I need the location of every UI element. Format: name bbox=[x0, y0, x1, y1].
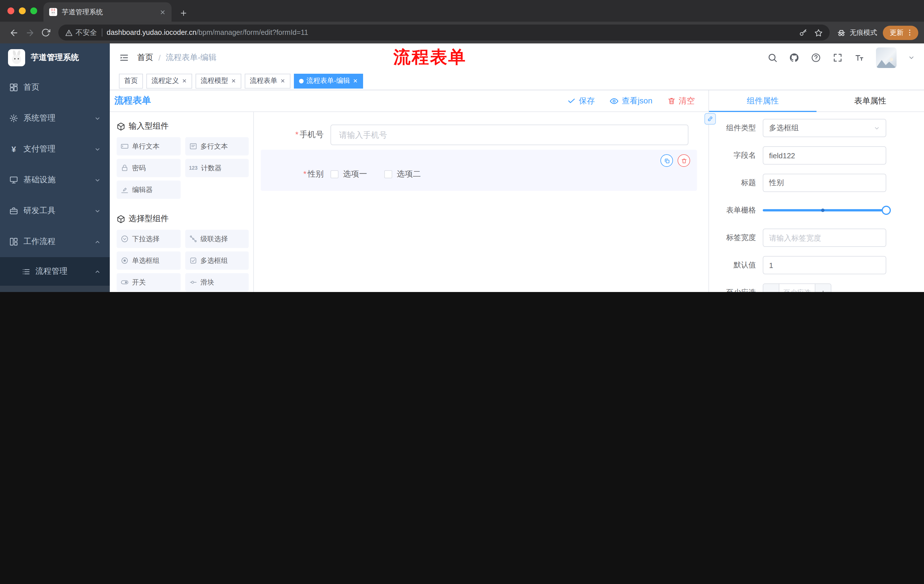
phone-field-row[interactable]: *手机号 bbox=[261, 125, 697, 145]
palette-item-multi-line-text[interactable]: 多行文本 bbox=[185, 137, 249, 155]
chevron-down-icon bbox=[94, 146, 101, 152]
palette-item-radio-group[interactable]: 单选框组 bbox=[117, 252, 180, 270]
collapse-sidebar-icon[interactable] bbox=[119, 53, 129, 63]
label-width-input[interactable] bbox=[763, 229, 886, 247]
search-icon[interactable] bbox=[767, 53, 778, 63]
tab-close-icon[interactable] bbox=[160, 9, 166, 15]
component-type-select[interactable]: 多选框组 bbox=[763, 119, 886, 137]
decrease-button[interactable] bbox=[763, 284, 779, 292]
tab-form-props[interactable]: 表单属性 bbox=[817, 90, 924, 112]
new-tab-button[interactable] bbox=[180, 9, 188, 17]
browser-menu-dots-icon[interactable] bbox=[906, 29, 914, 36]
sidebar-item-home[interactable]: 首页 bbox=[0, 72, 110, 103]
browser-toolbar: 不安全 dashboard.yudao.iocoder.cn/bpm/manag… bbox=[0, 22, 924, 43]
checkbox[interactable] bbox=[330, 170, 338, 178]
help-icon[interactable] bbox=[811, 53, 821, 63]
avatar-caret-icon[interactable] bbox=[908, 54, 915, 61]
form-grid-slider[interactable] bbox=[763, 201, 886, 219]
palette-item-editor[interactable]: 编辑器 bbox=[117, 181, 180, 199]
tag-process-form-edit[interactable]: 流程表单-编辑 bbox=[294, 73, 363, 88]
default-value-input[interactable] bbox=[763, 256, 886, 274]
min-select-row: 至少应选 至少应选 bbox=[718, 283, 889, 292]
copy-component-button[interactable] bbox=[660, 154, 673, 167]
palette-item-select[interactable]: 下拉选择 bbox=[117, 230, 180, 248]
fullscreen-icon[interactable] bbox=[833, 53, 843, 63]
palette-item-checkbox-group[interactable]: 多选框组 bbox=[185, 252, 249, 270]
required-star: * bbox=[295, 130, 299, 139]
browser-tab[interactable]: 芋道管理系统 bbox=[43, 2, 172, 22]
minimize-window-button[interactable] bbox=[19, 7, 26, 14]
password-key-icon[interactable] bbox=[799, 28, 807, 37]
palette-item-cascader[interactable]: 级联选择 bbox=[185, 230, 249, 248]
save-button[interactable]: 保存 bbox=[568, 96, 595, 106]
delete-component-button[interactable] bbox=[678, 154, 690, 167]
phone-field-label: *手机号 bbox=[261, 130, 323, 140]
tag-close-icon[interactable] bbox=[353, 78, 358, 84]
tag-process-model[interactable]: 流程模型 bbox=[196, 73, 241, 88]
palette-item-switch[interactable]: 开关 bbox=[117, 273, 180, 291]
slider-handle[interactable] bbox=[882, 206, 891, 215]
sidebar-item-system[interactable]: 系统管理 bbox=[0, 103, 110, 134]
avatar[interactable] bbox=[876, 48, 896, 68]
view-json-button[interactable]: 查看json bbox=[610, 96, 652, 106]
sidebar-item-infrastructure[interactable]: 基础设施 bbox=[0, 165, 110, 196]
component-properties: 组件类型 多选框组 字段名 标题 bbox=[709, 112, 924, 292]
security-warning[interactable]: 不安全 bbox=[65, 28, 97, 38]
increase-button[interactable] bbox=[815, 284, 831, 292]
builder-left-area: 流程表单 保存 查看json bbox=[110, 90, 709, 292]
window-controls bbox=[7, 7, 37, 14]
forward-button[interactable] bbox=[22, 25, 38, 41]
min-select-value[interactable]: 至少应选 bbox=[779, 284, 815, 292]
breadcrumb-home[interactable]: 首页 bbox=[137, 53, 153, 63]
chevron-down-icon bbox=[874, 125, 880, 131]
palette-item-label: 单行文本 bbox=[132, 141, 160, 151]
gender-field-selected[interactable]: *性别 选项一 选项二 bbox=[261, 150, 697, 191]
update-label: 更新 bbox=[890, 28, 903, 38]
github-icon[interactable] bbox=[789, 53, 799, 63]
gender-option-2[interactable]: 选项二 bbox=[384, 169, 421, 179]
font-size-icon[interactable] bbox=[854, 53, 865, 63]
bookmark-star-icon[interactable] bbox=[814, 28, 823, 37]
update-button[interactable]: 更新 bbox=[883, 25, 918, 40]
header-actions bbox=[767, 48, 915, 68]
checkbox-icon bbox=[189, 257, 197, 265]
form-canvas[interactable]: *手机号 bbox=[254, 112, 708, 292]
gender-option-1[interactable]: 选项一 bbox=[330, 169, 367, 179]
sidebar-item-process-form[interactable]: 流程表单 bbox=[0, 286, 110, 292]
address-bar[interactable]: 不安全 dashboard.yudao.iocoder.cn/bpm/manag… bbox=[58, 25, 830, 41]
palette-item-label: 单选框组 bbox=[132, 256, 160, 265]
title-input[interactable] bbox=[763, 174, 886, 192]
close-window-button[interactable] bbox=[7, 7, 14, 14]
logo-image bbox=[8, 49, 25, 66]
sidebar-logo[interactable]: 芋道管理系统 bbox=[0, 43, 110, 72]
maximize-window-button[interactable] bbox=[30, 7, 37, 14]
back-button[interactable] bbox=[6, 25, 22, 41]
palette-item-password[interactable]: 密码 bbox=[117, 159, 180, 177]
tab-component-props[interactable]: 组件属性 bbox=[709, 90, 817, 112]
sidebar-item-process-management[interactable]: 流程管理 bbox=[0, 257, 110, 286]
field-name-input[interactable] bbox=[763, 146, 886, 165]
sidebar-item-devtools[interactable]: 研发工具 bbox=[0, 196, 110, 226]
link-chip-icon[interactable] bbox=[705, 113, 716, 125]
phone-input[interactable] bbox=[330, 125, 688, 145]
slider-stop-dot bbox=[821, 209, 824, 212]
slider-track[interactable] bbox=[763, 209, 886, 211]
active-tag-dot bbox=[299, 79, 304, 83]
palette-item-slider[interactable]: 滑块 bbox=[185, 273, 249, 291]
palette-item-single-line-text[interactable]: 单行文本 bbox=[117, 137, 180, 155]
tag-process-definition[interactable]: 流程定义 bbox=[146, 73, 192, 88]
palette-item-counter[interactable]: 123计数器 bbox=[185, 159, 249, 177]
reload-button[interactable] bbox=[38, 25, 54, 41]
main-area: 首页 / 流程表单-编辑 流程表单 bbox=[110, 43, 924, 292]
palette-item-label: 下拉选择 bbox=[132, 234, 160, 244]
tag-close-icon[interactable] bbox=[280, 78, 285, 84]
tag-close-icon[interactable] bbox=[182, 78, 187, 84]
tag-close-icon[interactable] bbox=[231, 78, 236, 84]
chevron-down-icon bbox=[94, 208, 101, 214]
checkbox[interactable] bbox=[384, 170, 392, 178]
tag-home[interactable]: 首页 bbox=[119, 73, 143, 88]
tag-process-form[interactable]: 流程表单 bbox=[245, 73, 290, 88]
sidebar-item-workflow[interactable]: 工作流程 bbox=[0, 226, 110, 257]
clear-button[interactable]: 清空 bbox=[667, 96, 695, 106]
sidebar-item-payment[interactable]: ¥ 支付管理 bbox=[0, 134, 110, 165]
